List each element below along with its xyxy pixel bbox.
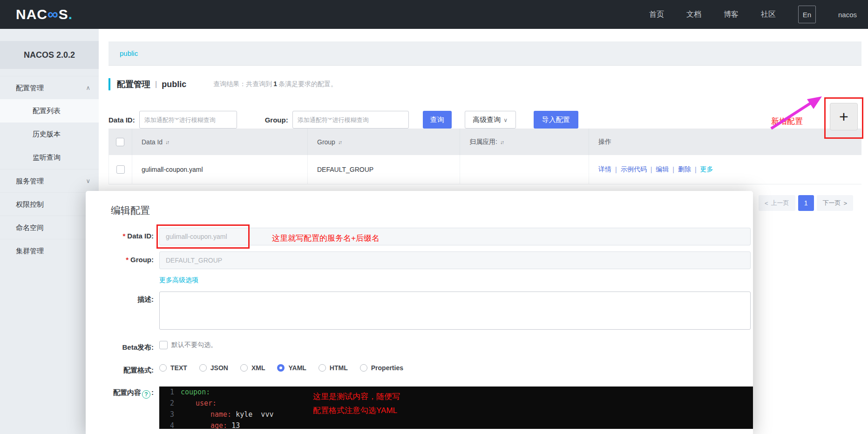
- radio-icon: [159, 364, 167, 372]
- row-select-cell: [108, 155, 132, 184]
- action-separator: |: [615, 166, 617, 173]
- description-textarea[interactable]: [159, 292, 751, 330]
- current-user[interactable]: nacos: [838, 11, 857, 19]
- search-button[interactable]: 查询: [423, 111, 452, 129]
- code-line-3: 3name: kyle vvv: [159, 409, 753, 420]
- format-radio-json[interactable]: JSON: [199, 364, 228, 372]
- format-radio-text[interactable]: TEXT: [159, 364, 187, 372]
- cell-data-id: gulimall-coupon.yaml: [132, 155, 307, 184]
- code-text: coupon:: [181, 387, 210, 398]
- top-nav: 首页文档博客社区 En nacos: [649, 0, 857, 29]
- logo-dot: .: [68, 7, 73, 22]
- prev-page-button[interactable]: < 上一页: [759, 195, 795, 211]
- required-asterisk: *: [122, 232, 125, 240]
- radio-label: YAML: [288, 364, 306, 372]
- sort-icon[interactable]: ↓↑: [500, 139, 503, 145]
- select-all-checkbox[interactable]: [116, 138, 124, 146]
- yaml-code-editor[interactable]: 这里是测试内容，随便写 配置格式注意勾选YAML 1coupon:2user:3…: [159, 387, 753, 429]
- add-config-button[interactable]: +: [830, 103, 858, 130]
- code-token: name:: [210, 410, 231, 419]
- page-number-1[interactable]: 1: [798, 195, 814, 211]
- sidebar-item-2[interactable]: 历史版本: [0, 122, 99, 146]
- radio-label: JSON: [210, 364, 228, 372]
- action-link-1[interactable]: 示例代码: [621, 165, 647, 174]
- radio-icon: [240, 364, 248, 372]
- action-separator: |: [672, 166, 674, 173]
- sort-icon[interactable]: ↓↑: [165, 139, 169, 145]
- radio-label: HTML: [330, 364, 348, 372]
- format-radio-html[interactable]: HTML: [319, 364, 348, 372]
- row-checkbox[interactable]: [116, 165, 125, 174]
- chevron-right-icon: >: [844, 200, 848, 207]
- result-count: 1: [273, 80, 277, 88]
- radio-label: Properties: [371, 364, 403, 372]
- action-link-2[interactable]: 编辑: [656, 165, 669, 174]
- logo-text-2: S: [59, 7, 68, 22]
- format-radio-yaml[interactable]: YAML: [277, 364, 306, 372]
- format-label: 配置格式:: [86, 366, 154, 375]
- action-link-more[interactable]: 更多: [700, 165, 713, 174]
- code-line-2: 2user:: [159, 398, 753, 409]
- beta-row: 默认不要勾选。: [159, 341, 217, 349]
- table-row: gulimall-coupon.yaml DEFAULT_GROUP 详情|示例…: [108, 155, 861, 184]
- tab-public[interactable]: public: [120, 49, 138, 57]
- sidebar-item-6[interactable]: 命名空间: [0, 216, 99, 239]
- chevron-left-icon: <: [765, 200, 768, 207]
- chevron-up-icon: ∧: [86, 76, 90, 100]
- radio-icon: [360, 364, 367, 372]
- action-link-3[interactable]: 删除: [678, 165, 691, 174]
- language-toggle-button[interactable]: En: [798, 6, 816, 23]
- result-prefix: 查询结果：共查询到: [213, 80, 272, 88]
- line-number: 4: [159, 420, 181, 429]
- group-search-input[interactable]: [292, 111, 409, 129]
- column-header-0: Data Id↓↑: [132, 129, 307, 155]
- next-page-label: 下一页: [823, 199, 841, 207]
- namespace-tab-strip: public: [108, 41, 861, 66]
- action-link-0[interactable]: 详情: [598, 165, 611, 174]
- action-separator: |: [651, 166, 652, 173]
- advanced-search-button[interactable]: 高级查询∨: [465, 111, 516, 129]
- sidebar-item-label: 配置管理: [16, 84, 44, 92]
- top-nav-link-2[interactable]: 博客: [724, 10, 739, 20]
- sidebar-item-1[interactable]: 配置列表: [0, 99, 99, 122]
- format-radio-properties[interactable]: Properties: [360, 364, 403, 372]
- sidebar-item-5[interactable]: 权限控制: [0, 192, 99, 216]
- help-icon[interactable]: ?: [142, 390, 150, 399]
- sidebar-item-7[interactable]: 集群管理: [0, 239, 99, 262]
- data-id-search-input[interactable]: [139, 111, 237, 129]
- radio-icon: [277, 364, 285, 372]
- code-line-4: 4age: 13: [159, 420, 753, 429]
- sidebar-item-0[interactable]: 配置管理∧: [0, 76, 99, 99]
- sidebar: NACOS 2.0.2 配置管理∧配置列表历史版本监听查询服务管理∨权限控制命名…: [0, 29, 99, 434]
- beta-checkbox[interactable]: [159, 341, 168, 349]
- chevron-down-icon: ∨: [86, 170, 90, 193]
- code-text: age: 13: [181, 420, 240, 429]
- format-radio-xml[interactable]: XML: [240, 364, 265, 372]
- top-nav-link-1[interactable]: 文档: [686, 10, 701, 20]
- sidebar-item-4[interactable]: 服务管理∨: [0, 169, 99, 192]
- line-number: 2: [159, 398, 181, 409]
- modal-group-label: *Group:: [86, 256, 154, 264]
- nacos-version-label: NACOS 2.0.2: [0, 41, 99, 69]
- config-table: Data Id↓↑Group↓↑归属应用:↓↑操作 gulimall-coupo…: [108, 129, 861, 184]
- data-id-label: Data ID:: [108, 116, 135, 124]
- result-suffix: 条满足要求的配置。: [278, 80, 337, 88]
- modal-group-field[interactable]: DEFAULT_GROUP: [159, 251, 751, 269]
- query-result-text: 查询结果：共查询到1条满足要求的配置。: [213, 80, 337, 88]
- sidebar-item-3[interactable]: 监听查询: [0, 146, 99, 169]
- top-nav-link-0[interactable]: 首页: [649, 10, 664, 20]
- content-label: 配置内容?:: [86, 388, 154, 399]
- select-all-cell: [108, 129, 132, 155]
- next-page-button[interactable]: 下一页 >: [817, 195, 854, 211]
- advanced-search-label: 高级查询: [473, 115, 501, 123]
- nacos-logo[interactable]: NAC∞S.: [16, 6, 73, 23]
- sort-icon[interactable]: ↓↑: [338, 139, 341, 145]
- top-nav-link-3[interactable]: 社区: [761, 10, 776, 20]
- page-title: 配置管理: [117, 79, 150, 90]
- import-config-button[interactable]: 导入配置: [534, 111, 578, 129]
- code-token: coupon:: [181, 388, 210, 396]
- more-advanced-options-link[interactable]: 更多高级选项: [159, 276, 198, 285]
- sidebar-item-label: 服务管理: [16, 177, 44, 185]
- heading-separator: |: [155, 80, 157, 88]
- column-header-1: Group↓↑: [307, 129, 460, 155]
